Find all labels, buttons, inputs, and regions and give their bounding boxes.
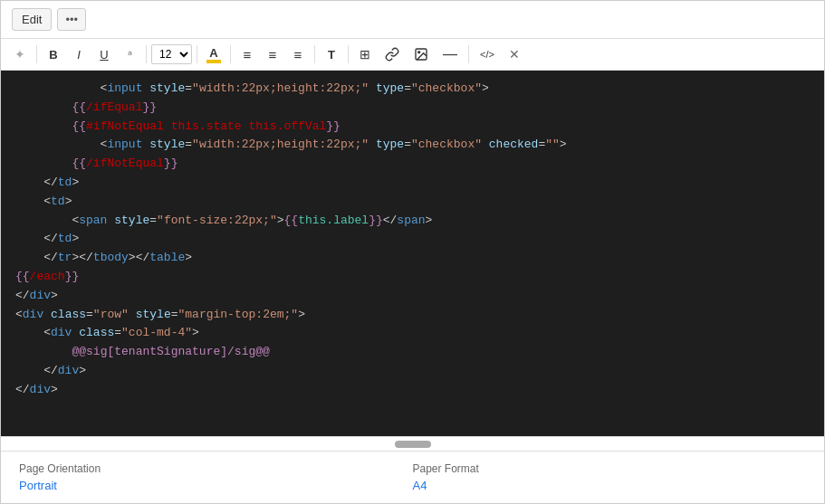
divider-button[interactable]: —	[436, 43, 464, 66]
toolbar-separator-1	[36, 45, 37, 63]
code-line-13: <div class="row" style="margin-top:2em;"…	[15, 306, 810, 325]
horizontal-scrollbar[interactable]	[1, 436, 824, 451]
paper-format-col: Paper Format A4	[413, 462, 807, 492]
numbered-list-button[interactable]: ≡	[261, 43, 284, 66]
close-button[interactable]: ✕	[503, 43, 526, 65]
code-editor[interactable]: <input style="width:22px;height:22px;" t…	[1, 71, 824, 436]
align-button[interactable]: ≡	[286, 43, 310, 66]
toolbar-separator-2	[146, 45, 147, 63]
code-line-2: {{/ifEqual}}	[15, 99, 810, 118]
magic-tool-button[interactable]: ✦	[8, 43, 32, 65]
toolbar-separator-3	[197, 45, 197, 63]
bullet-list-button[interactable]: ≡	[235, 43, 259, 66]
toolbar-separator-4	[230, 45, 231, 63]
image-button[interactable]	[408, 43, 435, 65]
code-line-5: {{/ifNotEqual}}	[15, 155, 810, 174]
code-line-10: </tr></tbody></table>	[15, 249, 810, 268]
bold-button[interactable]: B	[42, 44, 65, 65]
italic-button[interactable]: I	[67, 44, 91, 65]
link-icon	[385, 47, 399, 62]
link-button[interactable]	[379, 43, 406, 65]
highlight-letter: A	[209, 46, 217, 60]
strikethrough-button[interactable]: ᵃ	[118, 44, 141, 65]
image-icon	[414, 47, 428, 62]
code-line-7: <td>	[15, 193, 810, 212]
more-options-button[interactable]: •••	[57, 8, 86, 31]
code-line-1: <input style="width:22px;height:22px;" t…	[15, 80, 810, 99]
editor-container: Edit ••• ✦ B I U ᵃ 12 8 10 14 16 18 24 3…	[0, 0, 825, 504]
code-line-15: @@sig[tenantSignature]/sig@@	[15, 343, 810, 362]
code-line-14: <div class="col-md-4">	[15, 324, 810, 343]
page-orientation-value: Portrait	[19, 479, 413, 492]
toolbar: ✦ B I U ᵃ 12 8 10 14 16 18 24 36 A ≡ ≡ ≡	[1, 39, 824, 71]
code-line-8: <span style="font-size:22px;">{{this.lab…	[15, 212, 810, 231]
page-orientation-label: Page Orientation	[19, 462, 413, 475]
code-line-4: <input style="width:22px;height:22px;" t…	[15, 136, 810, 155]
highlight-button[interactable]: A	[202, 43, 225, 66]
scrollbar-thumb[interactable]	[395, 441, 431, 448]
highlight-color-indicator	[206, 60, 221, 63]
code-line-16: </div>	[15, 362, 810, 381]
code-line-17: </div>	[15, 381, 810, 400]
font-size-select[interactable]: 12 8 10 14 16 18 24 36	[151, 44, 192, 64]
highlight-wrap: A	[202, 43, 225, 66]
edit-button[interactable]: Edit	[12, 8, 52, 31]
edit-bar: Edit •••	[1, 1, 824, 39]
svg-point-1	[418, 52, 420, 53]
code-line-3: {{#ifNotEqual this.state this.offVal}}	[15, 118, 810, 137]
code-button[interactable]: </>	[474, 45, 501, 63]
toolbar-separator-5	[314, 45, 315, 63]
code-line-9: </td>	[15, 230, 810, 249]
code-line-12: </div>	[15, 287, 810, 306]
paper-format-value: A4	[413, 479, 807, 492]
toolbar-separator-7	[468, 45, 469, 63]
page-orientation-col: Page Orientation Portrait	[19, 462, 413, 492]
toolbar-separator-6	[348, 45, 349, 63]
code-line-6: </td>	[15, 174, 810, 193]
table-button[interactable]: ⊞	[353, 43, 377, 65]
footer-info: Page Orientation Portrait Paper Format A…	[1, 451, 824, 503]
code-line-11: {{/each}}	[15, 268, 810, 287]
paper-format-label: Paper Format	[413, 462, 807, 475]
underline-button[interactable]: U	[92, 44, 116, 65]
text-color-button[interactable]: T	[320, 44, 343, 65]
